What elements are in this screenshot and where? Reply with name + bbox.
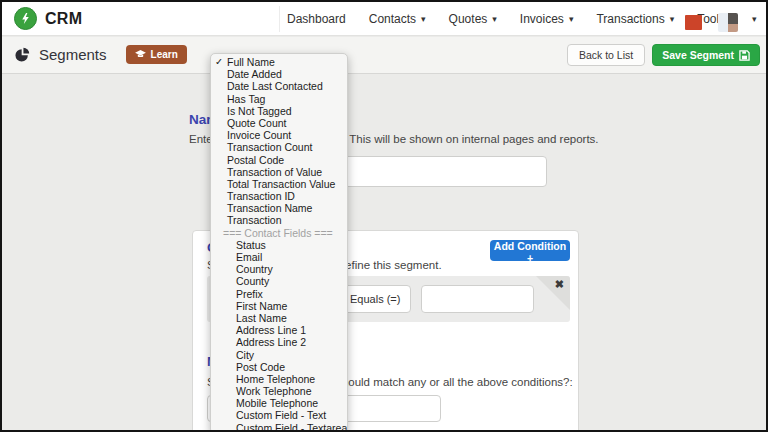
chevron-down-icon: ▾ <box>569 15 574 24</box>
condition-operator-select[interactable]: Equals (=) <box>343 285 411 313</box>
avatar-fragment <box>728 13 738 24</box>
page-title: Segments <box>39 46 107 63</box>
app-window: CRM Dashboard Contacts▾ Quotes▾ Invoices… <box>0 0 768 432</box>
dropdown-item[interactable]: First Name <box>211 300 347 312</box>
dropdown-item[interactable]: Total Transaction Value <box>211 178 347 190</box>
dropdown-item[interactable]: Transaction <box>211 214 347 226</box>
condition-value-input[interactable] <box>421 285 534 313</box>
dropdown-item[interactable]: Postal Code <box>211 154 347 166</box>
nav-item-dashboard[interactable]: Dashboard <box>287 12 346 26</box>
save-disk-icon <box>739 50 750 61</box>
page-toolbar: Segments Learn Back to List Save Segment <box>2 37 766 74</box>
chevron-down-icon: ▾ <box>492 15 497 24</box>
dropdown-item[interactable]: Address Line 2 <box>211 336 347 348</box>
dropdown-item[interactable]: Email <box>211 251 347 263</box>
dropdown-item[interactable]: Transaction of Value <box>211 166 347 178</box>
toolbar-right: Back to List Save Segment <box>567 44 760 66</box>
dropdown-item[interactable]: Last Name <box>211 312 347 324</box>
dropdown-item-selected[interactable]: ✓ Full Name <box>211 56 347 68</box>
dropdown-item[interactable]: Has Tag <box>211 93 347 105</box>
navbar-divider <box>279 6 280 32</box>
add-condition-button[interactable]: Add Condition + <box>490 240 570 261</box>
graduation-cap-icon <box>135 50 146 59</box>
chevron-down-icon: ▾ <box>421 15 426 24</box>
toolbar-left: Segments Learn <box>14 45 187 64</box>
dropdown-item[interactable]: Custom Field - Textarea <box>211 422 347 432</box>
dropdown-item[interactable]: Status <box>211 239 347 251</box>
dropdown-item[interactable]: Prefix <box>211 288 347 300</box>
remove-condition-icon[interactable]: ✖ <box>555 279 564 290</box>
nav-item-contacts[interactable]: Contacts▾ <box>369 12 426 26</box>
nav-item-invoices[interactable]: Invoices▾ <box>520 12 574 26</box>
dropdown-item[interactable]: Address Line 1 <box>211 324 347 336</box>
bottom-strip <box>0 432 768 437</box>
dropdown-item[interactable]: County <box>211 275 347 287</box>
dropdown-items: Date AddedDate Last ContactedHas TagIs N… <box>211 68 347 226</box>
dropdown-item[interactable]: Custom Field - Text <box>211 409 347 421</box>
dropdown-item[interactable]: City <box>211 349 347 361</box>
crm-logo-icon <box>14 7 37 30</box>
segments-pie-icon <box>14 47 30 63</box>
dropdown-contact-items: StatusEmailCountryCountyPrefixFirst Name… <box>211 239 347 432</box>
nav-item-quotes[interactable]: Quotes▾ <box>449 12 497 26</box>
checkmark-icon: ✓ <box>215 56 223 68</box>
main-content: Name Enter a name for this segment. This… <box>2 74 766 431</box>
dropdown-item[interactable]: Is Not Tagged <box>211 105 347 117</box>
dropdown-item[interactable]: Transaction Count <box>211 141 347 153</box>
field-dropdown-menu: ✓ Full Name Date AddedDate Last Contacte… <box>210 53 348 432</box>
save-segment-button[interactable]: Save Segment <box>652 44 760 66</box>
avatar-fragment <box>728 24 738 32</box>
dropdown-item[interactable]: Transaction ID <box>211 190 347 202</box>
user-menu-caret-icon[interactable]: ▾ <box>752 14 757 24</box>
dropdown-item[interactable]: Date Last Contacted <box>211 80 347 92</box>
dropdown-separator: === Contact Fields === <box>211 227 347 239</box>
dropdown-item[interactable]: Transaction Name <box>211 202 347 214</box>
dropdown-item[interactable]: Post Code <box>211 361 347 373</box>
chevron-down-icon: ▾ <box>670 15 675 24</box>
nav-menu: Dashboard Contacts▾ Quotes▾ Invoices▾ Tr… <box>287 2 735 36</box>
dropdown-item[interactable]: Country <box>211 263 347 275</box>
dropdown-item[interactable]: Work Telephone <box>211 385 347 397</box>
dropdown-item[interactable]: Mobile Telephone <box>211 397 347 409</box>
dropdown-item[interactable]: Date Added <box>211 68 347 80</box>
dropdown-item[interactable]: Quote Count <box>211 117 347 129</box>
condition-corner-fold <box>536 276 570 310</box>
learn-button[interactable]: Learn <box>126 45 187 64</box>
top-navbar: CRM Dashboard Contacts▾ Quotes▾ Invoices… <box>2 2 766 36</box>
red-swatch-icon[interactable] <box>685 15 702 30</box>
brand[interactable]: CRM <box>14 7 82 30</box>
dropdown-item[interactable]: Invoice Count <box>211 129 347 141</box>
brand-name: CRM <box>45 10 82 28</box>
nav-item-transactions[interactable]: Transactions▾ <box>596 12 674 26</box>
dropdown-item[interactable]: Home Telephone <box>211 373 347 385</box>
back-to-list-button[interactable]: Back to List <box>567 44 645 66</box>
user-avatar[interactable] <box>718 13 738 32</box>
